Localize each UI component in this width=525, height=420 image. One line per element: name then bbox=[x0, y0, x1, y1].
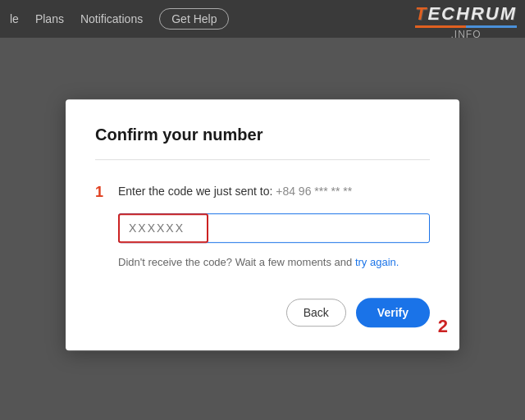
step1-text: Enter the code we just sent to: bbox=[118, 185, 272, 198]
watermark-t: T bbox=[415, 3, 427, 24]
modal-title: Confirm your number bbox=[95, 126, 430, 144]
modal-footer: Back Verify 2 bbox=[95, 299, 430, 328]
step1-label: Enter the code we just sent to: +84 96 *… bbox=[118, 183, 352, 200]
back-button[interactable]: Back bbox=[286, 299, 346, 327]
phone-number: +84 96 *** ** ** bbox=[276, 185, 352, 198]
watermark-rest: ECHRUM bbox=[427, 3, 517, 24]
watermark-underline bbox=[415, 25, 517, 28]
step1-row: 1 Enter the code we just sent to: +84 96… bbox=[95, 183, 430, 202]
step1-number: 1 bbox=[95, 183, 108, 202]
code-input-container[interactable] bbox=[118, 214, 430, 244]
try-again-link[interactable]: try again. bbox=[355, 257, 399, 269]
nav-item-notifications[interactable]: Notifications bbox=[80, 12, 143, 25]
verify-container: Verify 2 bbox=[356, 299, 430, 328]
modal-divider bbox=[95, 159, 430, 160]
verify-button[interactable]: Verify bbox=[356, 299, 430, 328]
watermark: TECHRUM .INFO bbox=[415, 3, 517, 41]
watermark-domain: .INFO bbox=[415, 29, 517, 40]
resend-text: Didn't receive the code? Wait a few mome… bbox=[118, 257, 352, 269]
nav-item-le[interactable]: le bbox=[10, 12, 19, 25]
resend-row: Didn't receive the code? Wait a few mome… bbox=[118, 257, 430, 269]
step2-number: 2 bbox=[438, 317, 448, 338]
get-help-button[interactable]: Get Help bbox=[159, 8, 229, 30]
nav-item-plans[interactable]: Plans bbox=[35, 12, 64, 25]
confirm-number-modal: Confirm your number 1 Enter the code we … bbox=[66, 99, 459, 350]
code-input[interactable] bbox=[118, 214, 430, 244]
code-input-wrapper[interactable] bbox=[118, 214, 430, 244]
